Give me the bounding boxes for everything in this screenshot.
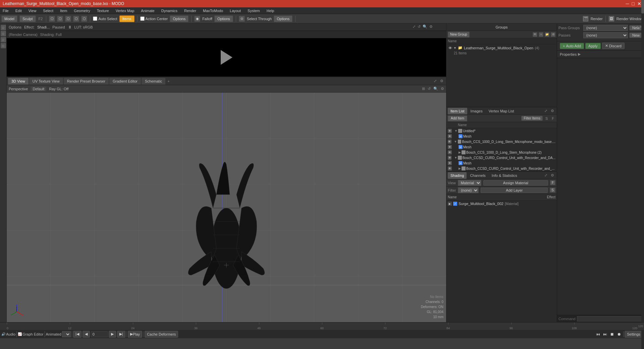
pass-groups-select[interactable]: (none) (583, 25, 628, 31)
viewport-settings-icon[interactable]: ⚙ (439, 79, 445, 83)
left-tool-2[interactable]: ◻ (1, 31, 6, 36)
render-effect-value[interactable]: Shadi... (37, 25, 50, 29)
add-tab-btn[interactable]: + (166, 79, 171, 83)
render-lut[interactable]: LUT: sRGB (74, 25, 93, 29)
item-row-untitled[interactable]: 👁 ▼ Untitled* (446, 128, 557, 134)
close-btn[interactable]: ✕ (637, 1, 641, 6)
tool-icon-3[interactable]: ⬡ (65, 16, 71, 22)
item-eye-bosch4[interactable]: 👁 (448, 166, 452, 170)
item-eye-bosch2[interactable]: 👁 (448, 150, 452, 154)
maximize-render-icon[interactable]: ⤢ (413, 24, 416, 29)
menu-system[interactable]: System (246, 9, 261, 13)
maximize-btn[interactable]: □ (632, 1, 635, 6)
tab-schematic[interactable]: Schematic (142, 78, 165, 85)
menu-view[interactable]: View (27, 9, 38, 13)
item-eye-mesh2[interactable]: 👁 (448, 145, 452, 149)
perspective-btn[interactable]: Perspective (9, 87, 28, 91)
shading-arrow[interactable]: ▶ (448, 202, 452, 206)
item-row-bosch1[interactable]: 👁 ▼ Bosch_CCS_1000_D_Long_Stem_Microphon… (446, 139, 557, 144)
tab-item-list[interactable]: Item List (448, 108, 467, 114)
item-row-bosch3[interactable]: 👁 ▼ Bosch_CCSD_CURD_Control_Unit_with_Re… (446, 155, 557, 160)
animated-select[interactable] (62, 331, 71, 337)
action-center-input[interactable] (140, 16, 145, 21)
groups-settings-icon[interactable]: ⚙ (551, 32, 555, 37)
options-btn1[interactable]: Options (170, 15, 189, 22)
tab-uv-texture[interactable]: UV Texture View (29, 78, 63, 85)
item-row-mesh2[interactable]: 👁 M Mesh (446, 144, 557, 150)
tab-vertex-map-list[interactable]: Vertex Map List (486, 108, 517, 114)
default-btn[interactable]: Default (31, 87, 46, 91)
item-arrow-bosch4[interactable]: ▶ (459, 167, 461, 170)
tab-info-stats[interactable]: Info & Statistics (489, 172, 520, 179)
action-center-check[interactable]: Action Center (140, 16, 168, 21)
settings-btn[interactable]: Settings (625, 331, 643, 338)
item-arrow-1[interactable]: ▼ (454, 129, 458, 133)
minimize-btn[interactable]: ─ (626, 1, 629, 6)
play-btn[interactable]: ▶ Play (128, 331, 142, 338)
auto-add-btn[interactable]: + Auto Add (560, 43, 584, 49)
transport-icon-3[interactable]: ⏹ (609, 332, 615, 337)
next-frame-btn[interactable]: ▶ (109, 331, 116, 338)
menu-file[interactable]: File (1, 9, 10, 13)
menu-maxtomodo[interactable]: MaxToModo (202, 9, 224, 13)
rotate-render-icon[interactable]: ↺ (418, 24, 421, 29)
command-input[interactable] (577, 316, 643, 321)
options-btn3[interactable]: Options (274, 15, 292, 22)
item-row-bosch2[interactable]: 👁 ▶ Bosch_CCS_1000_D_Long_Stem_Microphon… (446, 150, 557, 155)
item-arrow-bosch2[interactable]: ▶ (459, 151, 461, 154)
items-s-btn[interactable]: S (544, 116, 549, 120)
tool-icon-1[interactable]: ⬡ (49, 16, 55, 22)
menu-dynamics[interactable]: Dynamics (160, 9, 179, 13)
auto-select-input[interactable] (93, 16, 97, 21)
items-btn[interactable]: Items (119, 15, 135, 22)
item-row-bosch4[interactable]: 👁 ▶ Bosch_CCSD_CURD_Control_Unit_with_Re… (446, 166, 557, 171)
tab-images[interactable]: Images (468, 108, 485, 114)
passes-select[interactable]: (none) (583, 32, 628, 38)
go-to-start-btn[interactable]: |◀ (73, 331, 82, 338)
menu-select[interactable]: Select (42, 9, 55, 13)
discard-btn[interactable]: ✕ Discard (602, 43, 625, 49)
falloff-icon[interactable]: ◉ (194, 16, 200, 22)
ray-gl-btn[interactable]: Ray GL: Off (49, 87, 68, 91)
viewport-canvas[interactable]: X Y Z No Items Channels: 0 Deformers: ON… (7, 93, 446, 322)
timeline-ruler[interactable]: 0 12 24 36 48 60 72 84 96 108 120 (7, 322, 637, 330)
viewport-settings-btn[interactable]: ⚙ (441, 87, 444, 91)
filter-items-btn[interactable]: Filter Items (521, 116, 542, 121)
left-tool-3[interactable]: ◻ (1, 37, 6, 42)
select-through-icon[interactable]: ⊙ (239, 16, 245, 22)
tab-render-preset[interactable]: Render Preset Browser (64, 78, 109, 85)
model-btn[interactable]: Model (1, 15, 17, 22)
render-icon[interactable]: 🎬 (583, 16, 589, 22)
group-arrow[interactable]: ▼ (453, 46, 457, 50)
viewport-rotate-icon[interactable]: ↺ (428, 87, 431, 91)
item-eye-bosch3[interactable]: 👁 (448, 156, 451, 160)
tool-icon-5[interactable]: ⬡ (81, 16, 87, 22)
frame-input[interactable] (91, 331, 108, 337)
add-layer-btn[interactable]: Add Layer (481, 188, 548, 193)
viewport-zoom-icon[interactable]: 🔍 (433, 87, 438, 91)
item-row-mesh1[interactable]: 👁 M Mesh (446, 134, 557, 139)
groups-eye-icon[interactable]: 👁 (533, 32, 537, 37)
menu-help[interactable]: Help (265, 9, 276, 13)
cache-deformers-btn[interactable]: Cache Deformers (145, 331, 178, 338)
item-eye-mesh3[interactable]: 👁 (448, 161, 452, 165)
menu-texture[interactable]: Texture (96, 9, 110, 13)
items-settings-icon[interactable]: ⚙ (549, 109, 555, 113)
settings-render-icon[interactable]: ⚙ (429, 24, 433, 29)
menu-layout[interactable]: Layout (228, 9, 242, 13)
transport-icon-2[interactable]: ⏭ (602, 332, 608, 337)
new-passes-btn[interactable]: New (629, 33, 643, 38)
apply-btn[interactable]: Apply (585, 43, 601, 49)
shading-f-btn[interactable]: F (550, 180, 555, 185)
assign-material-btn[interactable]: Assign Material (483, 180, 548, 186)
group-root-row[interactable]: 👁 ▼ 📁 Leatherman_Surge_Multitool_Black_O… (447, 45, 556, 51)
item-arrow-bosch3[interactable]: ▼ (454, 156, 457, 159)
play-preview-btn[interactable] (218, 49, 235, 66)
items-f-btn[interactable]: F (550, 116, 555, 120)
menu-edit[interactable]: Edit (14, 9, 23, 13)
shading-expand-icon[interactable]: ⤢ (543, 173, 549, 178)
viewport-expand-icon[interactable]: ⤢ (432, 79, 438, 83)
items-expand-icon[interactable]: ⤢ (543, 109, 549, 113)
left-tool-4[interactable]: ◻ (1, 43, 6, 48)
prev-frame-btn[interactable]: ◀ (83, 331, 90, 338)
